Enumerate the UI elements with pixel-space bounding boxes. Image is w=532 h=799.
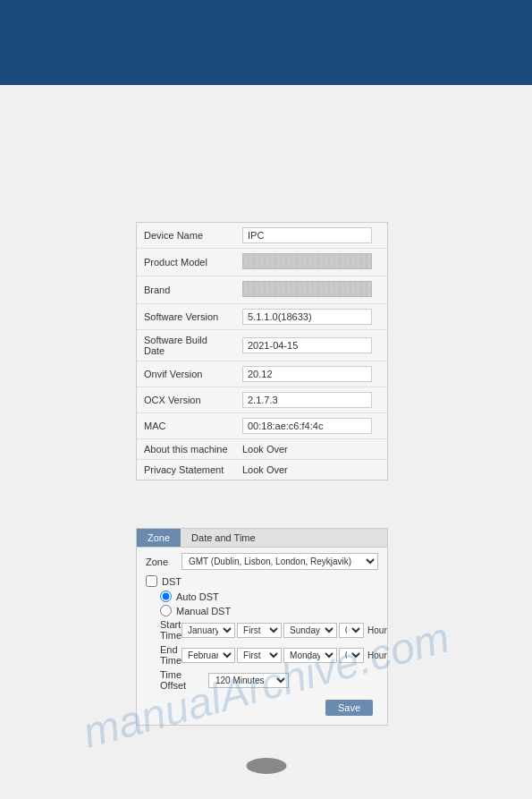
device-name-value: IPC	[242, 227, 372, 243]
product-model-blurred	[242, 253, 372, 269]
about-link[interactable]: Look Over	[242, 444, 288, 455]
tab-zone[interactable]: Zone	[137, 529, 181, 547]
table-row: Privacy Statement Look Over	[137, 460, 387, 480]
value-device-name: IPC	[235, 223, 387, 249]
dst-section: DST Auto DST Manual DST Start Time Janua…	[146, 575, 378, 691]
offset-select[interactable]: 120 Minutes	[208, 673, 289, 688]
bottom-ellipse	[246, 758, 286, 774]
table-row: MAC 00:18:ae:c6:f4:4c	[137, 413, 387, 439]
table-row: Device Name IPC	[137, 223, 387, 249]
start-hour-label: Hour	[367, 625, 387, 635]
software-version-value: 5.1.1.0(18633)	[242, 309, 372, 325]
end-week-select[interactable]: First	[237, 648, 282, 663]
value-product-model	[235, 249, 387, 276]
brand-blurred	[242, 281, 372, 297]
label-device-name: Device Name	[137, 223, 235, 249]
end-day-select[interactable]: Monday	[283, 648, 337, 663]
label-mac: MAC	[137, 413, 235, 439]
table-row: Software Version 5.1.1.0(18633)	[137, 304, 387, 330]
table-row: Brand	[137, 276, 387, 304]
save-row: Save	[146, 696, 378, 719]
zone-select[interactable]: GMT (Dublin, Lisbon, London, Reykjavik)	[182, 553, 378, 570]
auto-dst-radio[interactable]	[160, 591, 172, 602]
value-mac: 00:18:ae:c6:f4:4c	[235, 413, 387, 439]
dst-checkbox-row: DST	[146, 575, 378, 587]
start-time-row: Start Time January First Sunday 00 Hour	[146, 619, 378, 641]
value-privacy: Look Over	[235, 460, 387, 480]
zone-row: Zone GMT (Dublin, Lisbon, London, Reykja…	[146, 553, 378, 570]
tab-date-time[interactable]: Date and Time	[181, 529, 266, 547]
table-row: Product Model	[137, 249, 387, 276]
ocx-version-value: 2.1.7.3	[242, 392, 372, 408]
device-info-panel: Device Name IPC Product Model Brand Soft…	[136, 222, 388, 480]
end-hour-select[interactable]: 00	[339, 648, 364, 663]
start-week-select[interactable]: First	[237, 623, 282, 638]
end-time-selects: February First Monday 00 Hour	[182, 648, 387, 663]
zone-label: Zone	[146, 557, 182, 567]
offset-row: Time Offset 120 Minutes	[146, 669, 378, 691]
auto-dst-row: Auto DST	[160, 591, 378, 602]
start-hour-select[interactable]: 00	[339, 623, 364, 638]
end-month-select[interactable]: February	[182, 648, 235, 663]
manual-dst-row: Manual DST	[160, 605, 378, 616]
label-onvif-version: Onvif Version	[137, 361, 235, 387]
start-month-select[interactable]: January	[182, 623, 235, 638]
value-software-version: 5.1.1.0(18633)	[235, 304, 387, 330]
label-software-version: Software Version	[137, 304, 235, 330]
label-ocx-version: OCX Version	[137, 387, 235, 413]
end-hour-label: Hour	[367, 650, 387, 660]
table-row: OCX Version 2.1.7.3	[137, 387, 387, 413]
value-brand	[235, 276, 387, 304]
label-product-model: Product Model	[137, 249, 235, 276]
privacy-link[interactable]: Look Over	[242, 464, 288, 475]
dst-label: DST	[162, 576, 182, 587]
software-build-date-value: 2021-04-15	[242, 337, 372, 353]
time-panel: Zone Date and Time Zone GMT (Dublin, Lis…	[136, 528, 388, 726]
end-time-row: End Time February First Monday 00 Hour	[146, 644, 378, 666]
label-brand: Brand	[137, 276, 235, 304]
start-time-selects: January First Sunday 00 Hour	[182, 623, 387, 638]
header-bar	[0, 0, 532, 85]
time-panel-body: Zone GMT (Dublin, Lisbon, London, Reykja…	[137, 548, 387, 725]
mac-value: 00:18:ae:c6:f4:4c	[242, 418, 372, 434]
save-button[interactable]: Save	[325, 700, 373, 716]
time-panel-tabs: Zone Date and Time	[137, 529, 387, 548]
label-software-build-date: Software Build Date	[137, 330, 235, 361]
end-time-label: End Time	[146, 644, 182, 666]
auto-dst-label: Auto DST	[176, 591, 219, 602]
value-onvif-version: 20.12	[235, 361, 387, 387]
onvif-version-value: 20.12	[242, 366, 372, 382]
value-software-build-date: 2021-04-15	[235, 330, 387, 361]
start-time-label: Start Time	[146, 619, 182, 641]
label-about: About this machine	[137, 439, 235, 460]
value-about: Look Over	[235, 439, 387, 460]
manual-dst-label: Manual DST	[176, 606, 231, 616]
offset-label: Time Offset	[146, 669, 208, 691]
label-privacy: Privacy Statement	[137, 460, 235, 480]
table-row: About this machine Look Over	[137, 439, 387, 460]
start-day-select[interactable]: Sunday	[283, 623, 337, 638]
table-row: Onvif Version 20.12	[137, 361, 387, 387]
manual-dst-radio[interactable]	[160, 605, 172, 616]
dst-checkbox[interactable]	[146, 575, 157, 587]
table-row: Software Build Date 2021-04-15	[137, 330, 387, 361]
value-ocx-version: 2.1.7.3	[235, 387, 387, 413]
